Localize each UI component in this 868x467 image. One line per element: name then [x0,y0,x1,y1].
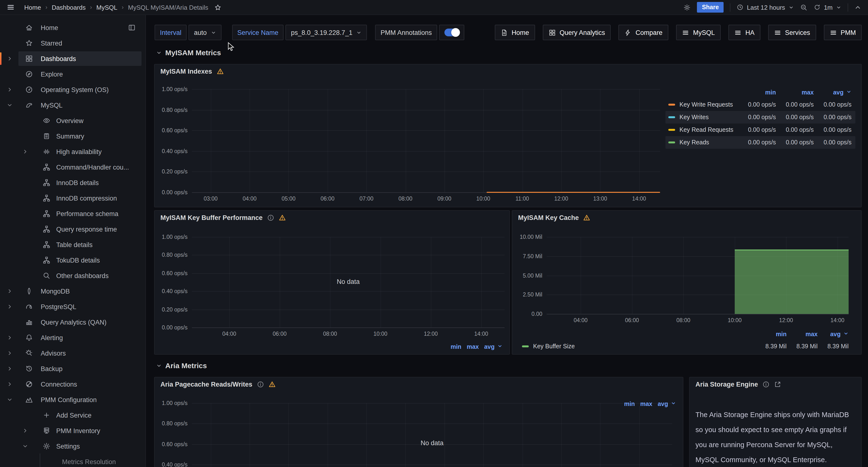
sidebar-item-tokudb-details[interactable]: TokuDB details [0,253,143,267]
chevron-down-icon[interactable] [7,397,12,403]
sidebar-item-connections[interactable]: Connections [0,377,143,392]
legend-calc-min[interactable]: min [451,343,461,350]
sidebar-item-innodb-details[interactable]: InnoDB details [0,175,143,190]
chevron-right-icon[interactable] [7,381,12,387]
breadcrumb-item[interactable]: Home [24,4,41,11]
section-myisam-metrics[interactable]: MyISAM Metrics [156,48,221,57]
timeseries-chart[interactable]: 10.00 Mil7.50 Mil5.00 Mil2.50 Mil0.0004:… [547,237,848,314]
sidebar-item-dashboards[interactable]: Dashboards [0,52,143,66]
legend-series-label[interactable]: Key Read Requests [668,127,738,133]
sidebar-item-command-handler-cou[interactable]: Command/Handler cou... [0,160,143,174]
panel-header[interactable]: MyISAM Key Buffer Performance [160,214,286,222]
sidebar-item-operating-system-os[interactable]: Operating System (OS) [0,82,143,97]
dashboard-settings-icon[interactable] [684,4,691,11]
breadcrumb-item[interactable]: MySQL [96,4,118,11]
sidebar-item-summary[interactable]: Summary [0,129,143,143]
warning-icon[interactable] [268,381,276,388]
info-icon[interactable] [267,214,274,222]
sidebar-item-query-analytics-qan[interactable]: Query Analytics (QAN) [0,315,143,329]
info-icon[interactable] [762,381,770,388]
panel-header[interactable]: Aria Pagecache Reads/Writes [160,381,276,388]
link-button-mysql[interactable]: MySQL [676,25,721,40]
panel-header[interactable]: MyISAM Key Cache [518,214,591,222]
favorite-star-icon[interactable] [214,4,221,11]
sidebar-item-innodb-compression[interactable]: InnoDB compression [0,191,143,205]
sidebar-item-overview[interactable]: Overview [0,113,143,128]
external-link-icon[interactable] [774,381,781,388]
sidebar-item-backup[interactable]: Backup [0,361,143,376]
service-name-variable-select[interactable]: ps_8.0_3.19.228.7_1 [286,25,367,40]
sidebar-item-advisors[interactable]: Advisors [0,346,143,360]
panel-header[interactable]: Aria Storage Engine [695,381,781,388]
timeseries-chart[interactable]: 1.00 ops/s0.80 ops/s0.60 ops/s0.40 ops/s… [192,89,660,192]
sidebar-item-metrics-resolution[interactable]: Metrics Resolution [0,455,143,467]
panel-header[interactable]: MyISAM Indexes [160,68,224,75]
link-button-pmm[interactable]: PMM [824,25,862,40]
legend-series-label[interactable]: Key Write Requests [668,101,738,108]
chevron-down-icon[interactable] [7,102,12,108]
sidebar-item-performance-schema[interactable]: Performance schema [0,206,143,221]
sidebar-item-home[interactable]: Home [0,20,143,35]
sidebar-item-query-response-time[interactable]: Query response time [0,222,143,236]
sidebar-item-mongodb[interactable]: MongoDB [0,284,143,298]
warning-icon[interactable] [279,214,286,222]
chevron-right-icon[interactable] [7,288,12,294]
menu-icon[interactable] [7,3,14,11]
warning-icon[interactable] [216,68,224,75]
chevron-down-icon[interactable] [22,443,28,449]
dock-sidebar-icon[interactable] [128,24,136,32]
section-aria-metrics[interactable]: Aria Metrics [156,361,207,370]
time-range-picker[interactable]: Last 12 hours [737,4,794,11]
info-icon[interactable] [257,381,264,388]
legend-sort-min[interactable]: min [738,89,776,96]
sidebar-item-alerting[interactable]: Alerting [0,330,143,345]
sidebar-item-settings[interactable]: Settings [0,439,143,454]
collapse-controls-icon[interactable] [855,4,861,11]
chevron-right-icon[interactable] [22,149,28,155]
interval-variable-label[interactable]: Interval [155,25,187,40]
refresh-picker[interactable]: 1m [814,4,841,11]
chevron-right-icon[interactable] [7,350,12,356]
legend-calc-avg[interactable]: avg [484,343,503,350]
timeseries-chart[interactable]: 1.00 ops/s0.80 ops/s0.60 ops/s0.40 ops/s… [192,237,504,328]
link-button-home[interactable]: Home [495,25,535,40]
link-button-query-analytics[interactable]: Query Analytics [542,25,611,40]
service-name-variable-label[interactable]: Service Name [232,25,284,40]
chevron-right-icon[interactable] [22,428,28,434]
legend-calc-max[interactable]: max [467,343,479,350]
zoom-out-icon[interactable] [800,4,807,11]
sidebar-item-table-details[interactable]: Table details [0,237,143,252]
timeseries-chart[interactable]: 1.00 ops/s0.80 ops/s0.60 ops/s0.40 ops/s… [192,403,672,467]
chevron-right-icon[interactable] [7,304,12,309]
link-button-compare[interactable]: Compare [619,25,668,40]
sidebar-item-explore[interactable]: Explore [0,67,143,81]
sidebar-item-pmm-inventory[interactable]: PMM Inventory [0,424,143,438]
sidebar-item-mysql[interactable]: MySQL [0,98,143,112]
legend-series-label[interactable]: Key Writes [668,114,738,121]
breadcrumb-item[interactable]: MySQL MyISAM/Aria Details [128,4,208,11]
link-button-services[interactable]: Services [768,25,816,40]
legend-sort-min[interactable]: min [755,331,786,338]
legend-sort-avg[interactable]: avg [814,89,851,96]
legend-sort-max[interactable]: max [786,331,817,338]
sidebar-item-other-dashboards[interactable]: Other dashboards [0,268,143,283]
sidebar-item-pmm-configuration[interactable]: PMM Configuration [0,392,143,407]
sidebar-item-high-availability[interactable]: High availability [0,144,143,159]
chevron-right-icon[interactable] [7,366,12,372]
legend-series-label[interactable]: Key Reads [668,139,738,146]
interval-variable-select[interactable]: auto [189,25,221,40]
breadcrumb-item[interactable]: Dashboards [52,4,86,11]
chevron-right-icon[interactable] [7,87,12,93]
chevron-right-icon[interactable] [7,335,12,340]
sidebar-item-add-service[interactable]: Add Service [0,408,143,423]
legend-series-label[interactable]: Key Buffer Size [522,343,755,350]
legend-sort-max[interactable]: max [776,89,814,96]
legend-sort-avg[interactable]: avg [817,331,848,338]
sidebar-item-starred[interactable]: Starred [0,36,143,51]
share-button[interactable]: Share [697,2,724,12]
pmm-annotations-toggle[interactable] [439,25,464,40]
chevron-right-icon[interactable] [7,56,12,62]
sidebar-item-postgresql[interactable]: PostgreSQL [0,299,143,314]
warning-icon[interactable] [583,214,591,222]
link-button-ha[interactable]: HA [728,25,761,40]
